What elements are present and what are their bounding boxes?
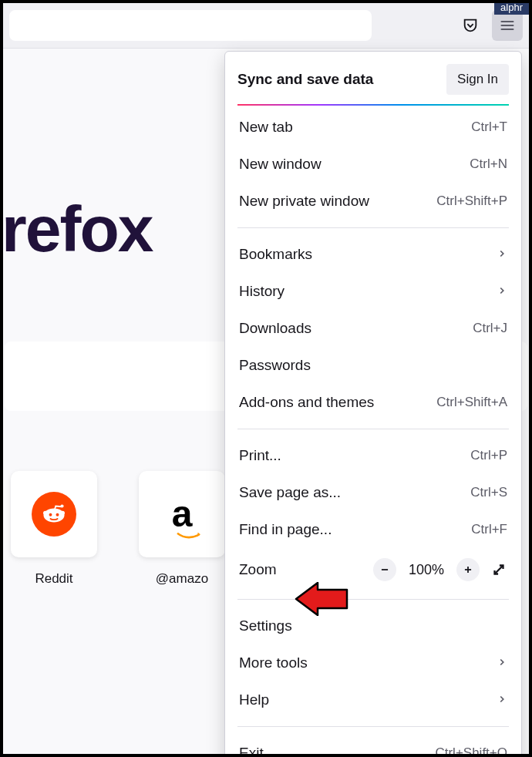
callout-arrow-icon [295, 582, 348, 616]
svg-point-9 [43, 511, 47, 515]
menu-save-page[interactable]: Save page as... Ctrl+S [225, 474, 521, 511]
shortcut-text: Ctrl+T [471, 119, 507, 135]
menu-settings[interactable]: Settings [225, 607, 521, 644]
menu-bookmarks[interactable]: Bookmarks [225, 236, 521, 273]
zoom-in-button[interactable] [456, 558, 480, 581]
chevron-right-icon [497, 691, 507, 708]
menu-item-label: Exit [239, 745, 264, 757]
menu-item-label: Save page as... [239, 484, 341, 501]
top-sites: Reddit a @amazo [11, 471, 225, 587]
url-bar[interactable] [9, 10, 372, 41]
menu-zoom: Zoom 100% [225, 548, 521, 591]
tile-label: @amazo [139, 571, 225, 587]
reddit-icon [32, 492, 76, 537]
svg-point-10 [61, 511, 65, 515]
menu-item-label: Settings [239, 617, 292, 634]
menu-item-label: Downloads [239, 320, 311, 337]
menu-item-label: Zoom [239, 561, 277, 578]
chevron-right-icon [497, 246, 507, 263]
shortcut-text: Ctrl+F [471, 522, 507, 537]
menu-item-label: New tab [239, 119, 293, 136]
menu-item-label: Passwords [239, 357, 311, 374]
zoom-out-button[interactable] [373, 558, 396, 581]
pocket-icon[interactable] [455, 10, 486, 41]
amazon-icon: a [172, 500, 193, 529]
menu-help[interactable]: Help [225, 681, 521, 718]
menu-item-label: New private window [239, 193, 369, 210]
chevron-right-icon [497, 654, 507, 671]
shortcut-text: Ctrl+J [473, 321, 507, 336]
sync-title: Sync and save data [237, 71, 373, 88]
firefox-logo-text: refox [2, 192, 152, 267]
chevron-right-icon [497, 283, 507, 300]
svg-point-7 [56, 513, 59, 516]
hamburger-menu-button[interactable] [492, 10, 523, 41]
menu-exit[interactable]: Exit Ctrl+Shift+Q [225, 735, 521, 757]
menu-item-label: New window [239, 156, 322, 173]
menu-more-tools[interactable]: More tools [225, 644, 521, 681]
menu-item-label: More tools [239, 654, 308, 671]
menu-addons[interactable]: Add-ons and themes Ctrl+Shift+A [225, 384, 521, 421]
tile-label: Reddit [11, 571, 97, 587]
menu-find[interactable]: Find in page... Ctrl+F [225, 511, 521, 548]
menu-new-private-window[interactable]: New private window Ctrl+Shift+P [225, 183, 521, 220]
shortcut-text: Ctrl+S [470, 485, 507, 500]
sign-in-button[interactable]: Sign In [446, 64, 509, 95]
shortcut-text: Ctrl+Shift+A [436, 395, 507, 410]
menu-new-tab[interactable]: New tab Ctrl+T [225, 109, 521, 146]
svg-point-6 [49, 513, 52, 516]
menu-history[interactable]: History [225, 273, 521, 310]
menu-new-window[interactable]: New window Ctrl+N [225, 146, 521, 183]
menu-print[interactable]: Print... Ctrl+P [225, 437, 521, 474]
watermark-badge: alphr [494, 0, 529, 15]
app-menu: Sync and save data Sign In New tab Ctrl+… [224, 51, 522, 757]
zoom-value: 100% [407, 562, 446, 578]
menu-item-label: Find in page... [239, 521, 332, 538]
fullscreen-icon[interactable] [490, 561, 507, 578]
menu-passwords[interactable]: Passwords [225, 347, 521, 384]
tile-reddit[interactable]: Reddit [11, 471, 97, 587]
shortcut-text: Ctrl+N [470, 156, 507, 172]
shortcut-text: Ctrl+P [470, 448, 507, 463]
browser-toolbar [3, 3, 529, 48]
menu-downloads[interactable]: Downloads Ctrl+J [225, 310, 521, 347]
svg-line-14 [495, 566, 503, 574]
shortcut-text: Ctrl+Shift+P [436, 193, 507, 209]
menu-item-label: Bookmarks [239, 246, 312, 263]
shortcut-text: Ctrl+Shift+Q [435, 745, 507, 757]
menu-item-label: Help [239, 691, 269, 708]
menu-item-label: Print... [239, 447, 281, 464]
menu-item-label: History [239, 283, 285, 300]
tile-amazon[interactable]: a @amazo [139, 471, 225, 587]
menu-item-label: Add-ons and themes [239, 394, 374, 411]
